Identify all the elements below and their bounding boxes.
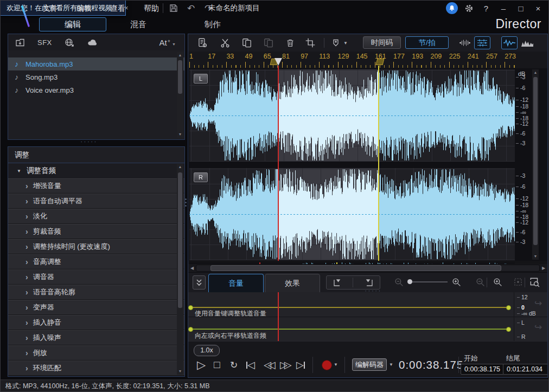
- cloud-button[interactable]: [87, 37, 100, 47]
- maximize-button[interactable]: □: [514, 2, 527, 15]
- menu-item[interactable]: 文件: [34, 0, 67, 16]
- notification-bell-icon[interactable]: [446, 2, 458, 14]
- scroll-up-icon[interactable]: ▲: [178, 52, 182, 59]
- playhead-handle[interactable]: [274, 58, 282, 66]
- undo-button[interactable]: ↶: [184, 2, 198, 15]
- scrollbar-thumb[interactable]: [210, 265, 501, 271]
- scroll-down-icon[interactable]: ▼: [534, 253, 538, 260]
- zoom-slider-knob[interactable]: [407, 279, 412, 284]
- save-button[interactable]: [167, 2, 181, 15]
- zoom-to-selection-button[interactable]: [528, 275, 541, 288]
- adjust-group-row[interactable]: ▼ 调整音频: [8, 163, 184, 178]
- menu-item[interactable]: 编辑: [67, 0, 101, 16]
- minimize-button[interactable]: –: [497, 2, 510, 15]
- panel-splitter-handle[interactable]: [185, 198, 187, 207]
- collapse-panel-button[interactable]: [193, 275, 206, 290]
- adjust-item[interactable]: › 插入静音: [8, 315, 184, 330]
- settings-gear-icon[interactable]: [462, 2, 475, 15]
- scrollbar-thumb[interactable]: [533, 77, 538, 245]
- scroll-right-icon[interactable]: ▶: [540, 266, 547, 271]
- scrollbar-thumb[interactable]: [178, 172, 182, 308]
- text-to-speech-tool[interactable]: At+▼: [159, 38, 176, 47]
- fit-view-button[interactable]: [512, 275, 525, 288]
- adjust-scrollbar[interactable]: ▲ ▼: [177, 164, 183, 375]
- adjust-item[interactable]: › 语音自动调平器: [8, 194, 184, 209]
- import-media-button[interactable]: [15, 37, 25, 48]
- collapse-arrow-icon[interactable]: ▼: [17, 169, 21, 173]
- record-button[interactable]: [322, 360, 332, 370]
- scroll-down-icon[interactable]: ▼: [178, 368, 182, 375]
- volume-envelope-line[interactable]: [190, 307, 509, 308]
- zoom-in-vertical-button[interactable]: [491, 275, 504, 288]
- zoom-out-horizontal-button[interactable]: [392, 275, 405, 288]
- envelope-keyframe[interactable]: [506, 305, 511, 310]
- scroll-up-icon[interactable]: ▲: [178, 164, 182, 170]
- rewind-button[interactable]: ◁◁: [264, 358, 276, 372]
- reset-volume-envelope-icon[interactable]: ↩: [534, 298, 542, 309]
- adjust-item[interactable]: › 变声器: [8, 300, 184, 315]
- play-button[interactable]: ▷: [197, 358, 206, 372]
- envelope-keyframe[interactable]: [188, 327, 193, 332]
- cut-scissors-button[interactable]: [219, 36, 232, 49]
- record-dropdown-caret[interactable]: ▼: [334, 362, 338, 367]
- scroll-down-icon[interactable]: ▼: [178, 131, 182, 138]
- file-list-item[interactable]: ♪ Mahoroba.mp3: [8, 57, 184, 70]
- pan-envelope-line[interactable]: [190, 329, 509, 330]
- next-button[interactable]: ▷: [296, 358, 305, 372]
- marker-dropdown-caret[interactable]: ▼: [342, 36, 349, 49]
- marker-button[interactable]: [329, 36, 342, 49]
- panel-resize-handle[interactable]: ·····: [80, 140, 98, 143]
- tab-mix[interactable]: 混音: [105, 17, 172, 31]
- copy-button[interactable]: [240, 36, 253, 49]
- volume-envelope-row[interactable]: 使用音量键调整轨道音量: [188, 292, 514, 317]
- codec-dropdown-caret[interactable]: ▼: [389, 362, 393, 367]
- previous-button[interactable]: ◁: [246, 358, 255, 372]
- envelope-keyframe[interactable]: [506, 327, 511, 332]
- waveform-view-button[interactable]: [501, 36, 518, 49]
- adjust-item[interactable]: › 剪裁音频: [8, 224, 184, 239]
- fast-forward-button[interactable]: ▷▷: [280, 358, 292, 372]
- library-scrollbar[interactable]: ▲ ▼: [177, 52, 183, 138]
- menu-item[interactable]: 查看: [101, 0, 135, 16]
- left-channel-button[interactable]: L: [194, 74, 208, 83]
- file-list-item[interactable]: ♪ Voice over.mp3: [8, 83, 184, 97]
- adjust-item[interactable]: › 环境匹配: [8, 361, 184, 376]
- stretch-markers-button[interactable]: [474, 36, 490, 49]
- adjust-item[interactable]: › 音高调整: [8, 254, 184, 269]
- adjust-item[interactable]: › 语音音高轮廓: [8, 285, 184, 300]
- mark-out-button[interactable]: [365, 278, 374, 287]
- adjust-item[interactable]: › 倒放: [8, 345, 184, 361]
- end-time-field[interactable]: 0:01:21.034: [503, 364, 548, 375]
- trim-crop-button[interactable]: [304, 36, 317, 49]
- pan-envelope-row[interactable]: 向左或向右平移轨道音频: [188, 317, 514, 342]
- beat-mode-button[interactable]: 节/拍: [405, 36, 449, 49]
- overview-strip[interactable]: [189, 260, 515, 264]
- loop-button[interactable]: ↻: [230, 358, 238, 372]
- zoom-in-horizontal-button[interactable]: [450, 275, 463, 288]
- spectral-view-button[interactable]: [519, 36, 535, 49]
- playhead-line[interactable]: [278, 66, 279, 261]
- help-button[interactable]: ?: [480, 2, 493, 15]
- close-button[interactable]: ×: [532, 2, 545, 15]
- horizontal-scrollbar[interactable]: ◀ ▶: [188, 264, 547, 272]
- envelope-keyframe[interactable]: [188, 305, 193, 310]
- file-list-item[interactable]: ♪ Song.mp3: [8, 70, 184, 83]
- delete-trash-button[interactable]: [284, 36, 297, 49]
- adjust-item[interactable]: › 增强音量: [8, 178, 184, 194]
- tab-edit[interactable]: 编辑: [39, 17, 106, 31]
- tab-volume[interactable]: 音量: [208, 274, 264, 293]
- timecode-mode-button[interactable]: 时间码: [363, 36, 401, 49]
- zoom-out-vertical-button[interactable]: [474, 275, 487, 288]
- mark-in-button[interactable]: [332, 278, 342, 287]
- right-channel-button[interactable]: R: [194, 172, 208, 182]
- adjust-item[interactable]: › 插入噪声: [8, 330, 184, 345]
- waveform-canvas-right[interactable]: [189, 168, 515, 260]
- properties-button[interactable]: [196, 36, 209, 49]
- download-from-web-button[interactable]: [64, 37, 75, 48]
- scroll-up-icon[interactable]: ▲: [534, 69, 538, 76]
- timeline-ruler[interactable]: 1173349658197113129145161177193209225241…: [188, 52, 547, 68]
- playback-speed-button[interactable]: 1.0x: [194, 345, 220, 356]
- scroll-left-icon[interactable]: ◀: [188, 266, 196, 271]
- adjust-item[interactable]: › 调音器: [8, 269, 184, 285]
- zoom-slider[interactable]: [408, 281, 448, 282]
